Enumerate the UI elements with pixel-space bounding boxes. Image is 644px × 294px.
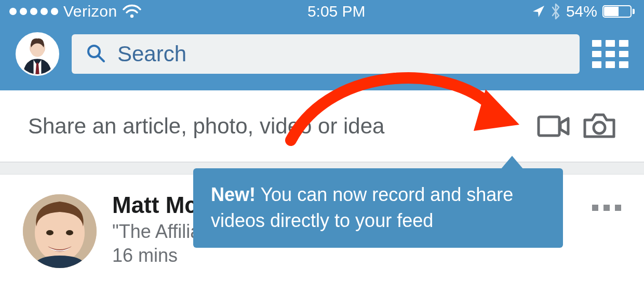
wifi-icon	[123, 4, 141, 19]
camera-icon[interactable]	[583, 113, 616, 140]
app-header	[0, 23, 644, 90]
svg-point-0	[130, 15, 133, 18]
signal-dots-icon	[9, 8, 58, 15]
feed-item-avatar[interactable]	[23, 194, 97, 268]
svg-rect-6	[539, 117, 559, 136]
feed-item-overflow-button[interactable]	[592, 189, 621, 211]
location-icon	[532, 5, 545, 18]
search-icon	[85, 43, 106, 65]
tooltip-text: You can now record and share videos dire…	[211, 184, 513, 231]
video-icon[interactable]	[537, 113, 570, 140]
svg-line-5	[99, 56, 104, 61]
battery-icon	[602, 5, 635, 18]
search-input[interactable]	[117, 42, 566, 66]
svg-point-11	[66, 230, 73, 235]
carrier-label: Verizon	[63, 3, 117, 20]
svg-point-3	[31, 44, 44, 57]
feature-tooltip[interactable]: New! You can now record and share videos…	[193, 168, 563, 248]
tooltip-tag: New!	[211, 184, 256, 205]
bluetooth-icon	[551, 3, 561, 20]
clock-label: 5:05 PM	[307, 3, 366, 20]
profile-avatar[interactable]	[16, 32, 59, 76]
composer-bar[interactable]: Share an article, photo, video or idea	[0, 90, 644, 162]
status-bar: Verizon 5:05 PM 54%	[0, 0, 644, 23]
svg-point-10	[46, 230, 53, 235]
composer-prompt: Share an article, photo, video or idea	[28, 114, 525, 139]
apps-grid-icon[interactable]	[592, 40, 628, 68]
feed-item-time: 16 mins	[112, 245, 576, 266]
svg-point-7	[594, 122, 605, 133]
battery-pct-label: 54%	[566, 3, 597, 20]
search-box[interactable]	[72, 34, 580, 74]
